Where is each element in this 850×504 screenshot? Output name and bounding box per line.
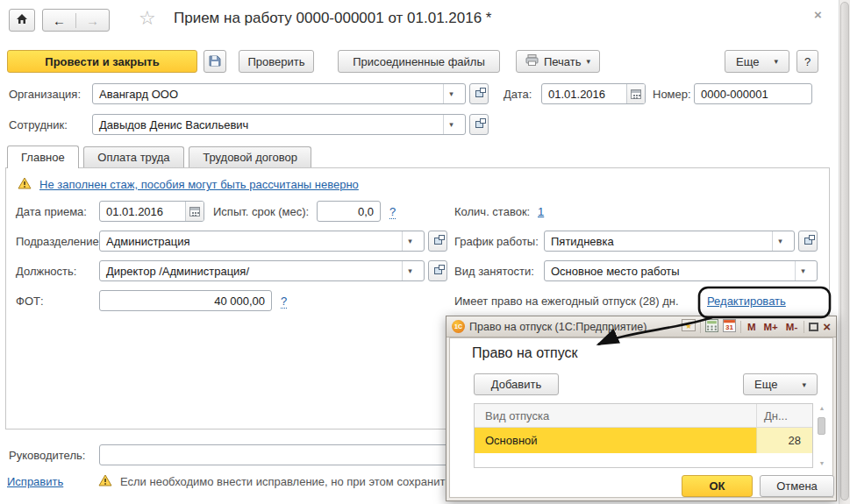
calendar-button[interactable] bbox=[185, 202, 204, 221]
employee-field[interactable]: Давыдов Денис Васильевич ▾ bbox=[92, 114, 466, 135]
position-field[interactable]: Директор /Администрация/ ▾ bbox=[99, 260, 425, 281]
memory-button[interactable]: М bbox=[746, 322, 758, 332]
print-button[interactable]: Печать ▾ bbox=[516, 50, 600, 73]
employee-label: Сотрудник: bbox=[9, 118, 68, 131]
close-icon[interactable]: × bbox=[814, 7, 822, 22]
application-window: ← → ☆ Прием на работу 0000-000001 от 01.… bbox=[0, 0, 850, 504]
vacation-note: Имеет право на ежегодный отпуск (28) дн. bbox=[454, 295, 679, 308]
scroll-up-icon[interactable]: ▲ bbox=[816, 405, 828, 411]
save-icon bbox=[209, 54, 221, 69]
number-field[interactable]: 0000-000001 bbox=[694, 83, 812, 104]
chevron-down-icon: ▾ bbox=[587, 57, 591, 66]
memory-plus-button[interactable]: М+ bbox=[762, 322, 780, 332]
employment-type-label: Вид занятости: bbox=[454, 265, 534, 278]
table-scrollbar[interactable]: ▲ ▼ bbox=[816, 403, 828, 468]
open-icon bbox=[804, 238, 812, 245]
chevron-down-icon[interactable]: ▾ bbox=[795, 261, 811, 280]
calendar-icon bbox=[189, 207, 200, 217]
dialog-content: Право на отпуск Добавить Еще▾ Вид отпуск… bbox=[449, 337, 833, 498]
open-icon bbox=[475, 90, 483, 97]
memory-minus-button[interactable]: М- bbox=[784, 322, 799, 332]
pin-icon[interactable]: ★ bbox=[682, 319, 696, 334]
maximize-icon[interactable] bbox=[809, 323, 818, 331]
column-header-days[interactable]: Дн... bbox=[756, 404, 812, 427]
dialog-title: Право на отпуск (1С:Предприятие) bbox=[469, 321, 646, 333]
payroll-hint-link[interactable]: ? bbox=[281, 295, 287, 309]
svg-text:31: 31 bbox=[725, 323, 733, 331]
vacation-edit-link[interactable]: Редактировать bbox=[707, 295, 786, 308]
tab-payment[interactable]: Оплата труда bbox=[83, 146, 183, 168]
tab-bar: Главное Оплата труда Трудовой договор bbox=[7, 146, 313, 168]
save-button[interactable] bbox=[204, 50, 226, 73]
payroll-field[interactable]: 40 000,00 bbox=[99, 290, 272, 311]
calculator-icon[interactable] bbox=[705, 319, 718, 335]
chevron-down-icon[interactable]: ▾ bbox=[402, 231, 418, 251]
check-button[interactable]: Проверить bbox=[239, 50, 314, 73]
department-label: Подразделение: bbox=[16, 235, 102, 248]
ok-button[interactable]: ОК bbox=[682, 475, 753, 497]
calendar-button[interactable] bbox=[626, 84, 645, 103]
chevron-down-icon[interactable]: ▾ bbox=[772, 231, 788, 251]
tab-contract[interactable]: Трудовой договор bbox=[189, 146, 311, 168]
scrollbar-thumb[interactable] bbox=[840, 2, 849, 500]
scrollbar-thumb[interactable] bbox=[818, 417, 825, 435]
table-row[interactable]: Основной 28 bbox=[475, 428, 812, 453]
add-button[interactable]: Добавить bbox=[474, 373, 559, 395]
warning-link[interactable]: Не заполнен стаж, пособия могут быть рас… bbox=[39, 178, 359, 191]
scroll-down-icon[interactable]: ▼ bbox=[816, 460, 828, 466]
favorite-star-icon[interactable]: ☆ bbox=[139, 7, 156, 30]
vacation-rights-dialog: 1С Право на отпуск (1С:Предприятие) ★ 31… bbox=[446, 316, 837, 501]
probation-label: Испыт. срок (мес): bbox=[213, 205, 309, 218]
employment-type-field[interactable]: Основное место работы ▾ bbox=[544, 260, 818, 281]
vertical-scrollbar[interactable] bbox=[839, 0, 850, 504]
probation-field[interactable]: 0,0 bbox=[317, 201, 381, 222]
department-field[interactable]: Администрация ▾ bbox=[99, 231, 425, 252]
fix-link[interactable]: Исправить bbox=[7, 475, 63, 488]
cancel-button[interactable]: Отмена bbox=[760, 475, 834, 497]
dialog-close-icon[interactable]: × bbox=[823, 320, 831, 333]
employee-open-button[interactable] bbox=[469, 114, 489, 135]
position-open-button[interactable] bbox=[428, 260, 447, 281]
open-icon bbox=[475, 121, 483, 128]
dialog-titlebar[interactable]: 1С Право на отпуск (1С:Предприятие) ★ 31… bbox=[446, 316, 836, 337]
organization-field[interactable]: Авангард ООО ▾ bbox=[92, 83, 466, 104]
warning-icon bbox=[98, 474, 112, 489]
positions-count-label: Колич. ставок: bbox=[454, 205, 530, 218]
organization-label: Организация: bbox=[9, 88, 81, 101]
printer-icon bbox=[525, 54, 539, 68]
number-label: Номер: bbox=[653, 88, 691, 101]
chevron-down-icon[interactable]: ▾ bbox=[402, 261, 418, 280]
vacation-table: Вид отпуска Дн... Основной 28 bbox=[474, 403, 813, 468]
1c-logo-icon: 1С bbox=[452, 320, 465, 333]
work-schedule-open-button[interactable] bbox=[798, 231, 818, 252]
positions-count-link[interactable]: 1 bbox=[538, 205, 544, 218]
column-header-type[interactable]: Вид отпуска bbox=[475, 404, 756, 427]
page-title: Прием на работу 0000-000001 от 01.01.201… bbox=[174, 10, 491, 27]
warning-icon bbox=[18, 177, 32, 192]
forward-button[interactable]: → bbox=[76, 13, 109, 28]
calendar-icon bbox=[631, 89, 641, 99]
chevron-down-icon[interactable]: ▾ bbox=[443, 115, 459, 134]
more-button[interactable]: Еще▾ bbox=[725, 50, 789, 73]
attached-files-button[interactable]: Присоединенные файлы bbox=[338, 50, 500, 73]
dialog-heading: Право на отпуск bbox=[472, 345, 578, 361]
probation-hint-link[interactable]: ? bbox=[389, 205, 396, 219]
forward-icon: → bbox=[86, 13, 99, 28]
help-button[interactable]: ? bbox=[796, 50, 818, 73]
back-icon: ← bbox=[53, 13, 66, 28]
department-open-button[interactable] bbox=[428, 231, 447, 252]
open-icon bbox=[434, 267, 442, 274]
back-button[interactable]: ← bbox=[43, 13, 76, 28]
post-and-close-button[interactable]: Провести и закрыть bbox=[7, 50, 197, 73]
calendar-31-icon[interactable]: 31 bbox=[723, 319, 736, 335]
tab-main[interactable]: Главное bbox=[7, 146, 79, 168]
dialog-more-button[interactable]: Еще▾ bbox=[743, 373, 818, 395]
open-icon bbox=[434, 238, 442, 245]
hire-date-field[interactable]: 01.01.2016 bbox=[99, 201, 204, 222]
organization-open-button[interactable] bbox=[469, 83, 489, 104]
chevron-down-icon: ▾ bbox=[802, 380, 806, 389]
chevron-down-icon[interactable]: ▾ bbox=[443, 84, 459, 103]
date-field[interactable]: 01.01.2016 bbox=[541, 83, 646, 104]
work-schedule-field[interactable]: Пятидневка ▾ bbox=[544, 231, 795, 252]
home-button[interactable] bbox=[9, 9, 35, 32]
